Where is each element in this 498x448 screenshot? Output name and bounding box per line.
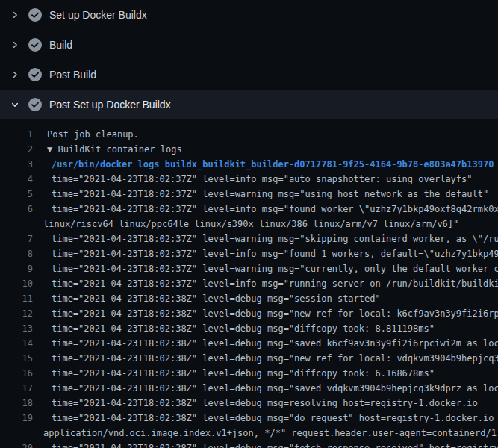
check-circle-icon [28, 8, 42, 22]
check-circle-icon [28, 98, 42, 111]
log-line: 17time="2021-04-23T18:02:38Z" level=debu… [0, 381, 498, 396]
log-line: 9time="2021-04-23T18:02:37Z" level=warni… [0, 261, 498, 276]
log-line: 14time="2021-04-23T18:02:38Z" level=debu… [0, 336, 498, 351]
step-label: Set up Docker Buildx [49, 9, 147, 21]
check-circle-icon [28, 38, 42, 52]
log-group-toggle[interactable]: ▼ BuildKit container logs [33, 142, 182, 157]
log-line: 2▼ BuildKit container logs [0, 142, 498, 157]
line-number[interactable]: 6 [0, 202, 33, 217]
log-line-text: time="2021-04-23T18:02:38Z" level=debug … [33, 411, 498, 426]
line-number[interactable]: 17 [0, 381, 33, 396]
step-label: Post Build [49, 69, 96, 81]
log-line: 11time="2021-04-23T18:02:38Z" level=debu… [0, 291, 498, 306]
workflow-log-viewer: Set up Docker Buildx Build Post Build Po… [0, 0, 498, 448]
chevron-down-icon [10, 99, 20, 110]
line-number[interactable]: 13 [0, 321, 33, 336]
log-line-text: time="2021-04-23T18:02:38Z" level=debug … [33, 396, 478, 411]
log-line-text: time="2021-04-23T18:02:37Z" level=info m… [33, 276, 498, 291]
log-line: 19time="2021-04-23T18:02:38Z" level=debu… [0, 411, 498, 426]
log-line-text: time="2021-04-23T18:02:37Z" level=info m… [33, 172, 473, 187]
chevron-right-icon [10, 69, 20, 80]
chevron-right-icon [10, 10, 20, 20]
line-number[interactable]: 8 [0, 246, 33, 261]
line-number[interactable]: 10 [0, 276, 33, 291]
line-number [0, 217, 33, 231]
log-line: 6time="2021-04-23T18:02:37Z" level=info … [0, 202, 498, 217]
step-label: Build [49, 39, 72, 51]
log-line: 15time="2021-04-23T18:02:38Z" level=debu… [0, 351, 498, 366]
step-header-post-build[interactable]: Post Build [0, 60, 498, 90]
log-line-text: time="2021-04-23T18:02:38Z" level=debug … [33, 306, 498, 321]
line-number[interactable]: 9 [0, 261, 33, 276]
log-line-text: time="2021-04-23T18:02:38Z" level=debug … [33, 336, 498, 351]
line-number[interactable]: 2 [0, 142, 33, 157]
line-number[interactable]: 16 [0, 366, 33, 381]
log-line-text: time="2021-04-23T18:02:38Z" level=debug … [33, 366, 435, 381]
log-line-text: time="2021-04-23T18:02:38Z" level=debug … [33, 321, 435, 336]
log-area: 1Post job cleanup.2▼ BuildKit container … [0, 119, 498, 448]
line-number[interactable]: 18 [0, 396, 33, 411]
log-line-text: Post job cleanup. [33, 127, 139, 142]
log-line: 1Post job cleanup. [0, 127, 498, 142]
chevron-right-icon [10, 40, 20, 50]
line-number[interactable]: 12 [0, 306, 33, 321]
log-line: 10time="2021-04-23T18:02:37Z" level=info… [0, 276, 498, 291]
line-number[interactable]: 5 [0, 187, 33, 202]
log-line: 3/usr/bin/docker logs buildx_buildkit_bu… [0, 157, 498, 172]
log-line: application/vnd.oci.image.index.v1+json,… [0, 426, 498, 441]
log-line-text: time="2021-04-23T18:02:37Z" level=warnin… [33, 261, 498, 276]
step-label: Post Set up Docker Buildx [49, 99, 171, 111]
log-line: 8time="2021-04-23T18:02:37Z" level=info … [0, 246, 498, 261]
log-line-text: application/vnd.oci.image.index.v1+json,… [33, 426, 498, 441]
log-line-text: linux/riscv64 linux/ppc64le linux/s390x … [33, 217, 458, 231]
log-line: 4time="2021-04-23T18:02:37Z" level=info … [0, 172, 498, 187]
line-number [0, 426, 33, 441]
line-number[interactable]: 7 [0, 231, 33, 246]
log-line: 20time="2021-04-23T18:02:38Z" level=debu… [0, 441, 498, 448]
log-line: 18time="2021-04-23T18:02:38Z" level=debu… [0, 396, 498, 411]
log-line-text: time="2021-04-23T18:02:37Z" level=warnin… [33, 231, 498, 246]
line-number[interactable]: 14 [0, 336, 33, 351]
line-number[interactable]: 3 [0, 157, 33, 172]
line-number[interactable]: 19 [0, 411, 33, 426]
log-line: 7time="2021-04-23T18:02:37Z" level=warni… [0, 231, 498, 246]
step-header-set-up-docker-buildx[interactable]: Set up Docker Buildx [0, 0, 498, 30]
log-line: linux/riscv64 linux/ppc64le linux/s390x … [0, 217, 498, 231]
line-number[interactable]: 1 [0, 127, 33, 142]
log-line-text: time="2021-04-23T18:02:38Z" level=debug … [33, 291, 381, 306]
log-line: 16time="2021-04-23T18:02:38Z" level=debu… [0, 366, 498, 381]
line-number[interactable]: 20 [0, 441, 33, 448]
step-header-post-set-up-docker-buildx[interactable]: Post Set up Docker Buildx [0, 90, 498, 119]
log-line-text: time="2021-04-23T18:02:38Z" level=debug … [33, 441, 498, 448]
log-line-text: time="2021-04-23T18:02:38Z" level=debug … [33, 381, 498, 396]
log-line-text: time="2021-04-23T18:02:37Z" level=info m… [33, 202, 498, 217]
check-circle-icon [28, 68, 42, 81]
group-title: BuildKit container logs [57, 144, 181, 155]
line-number[interactable]: 15 [0, 351, 33, 366]
log-line-text: time="2021-04-23T18:02:37Z" level=warnin… [33, 187, 488, 202]
log-line-text: time="2021-04-23T18:02:38Z" level=debug … [33, 351, 498, 366]
line-number[interactable]: 11 [0, 291, 33, 306]
step-header-build[interactable]: Build [0, 30, 498, 60]
line-number[interactable]: 4 [0, 172, 33, 187]
log-line: 12time="2021-04-23T18:02:38Z" level=debu… [0, 306, 498, 321]
log-line: 5time="2021-04-23T18:02:37Z" level=warni… [0, 187, 498, 202]
log-line-text: time="2021-04-23T18:02:37Z" level=info m… [33, 246, 498, 261]
log-line-text: /usr/bin/docker logs buildx_buildkit_bui… [33, 157, 494, 172]
group-open-triangle-icon: ▼ [47, 144, 57, 155]
log-line: 13time="2021-04-23T18:02:38Z" level=debu… [0, 321, 498, 336]
